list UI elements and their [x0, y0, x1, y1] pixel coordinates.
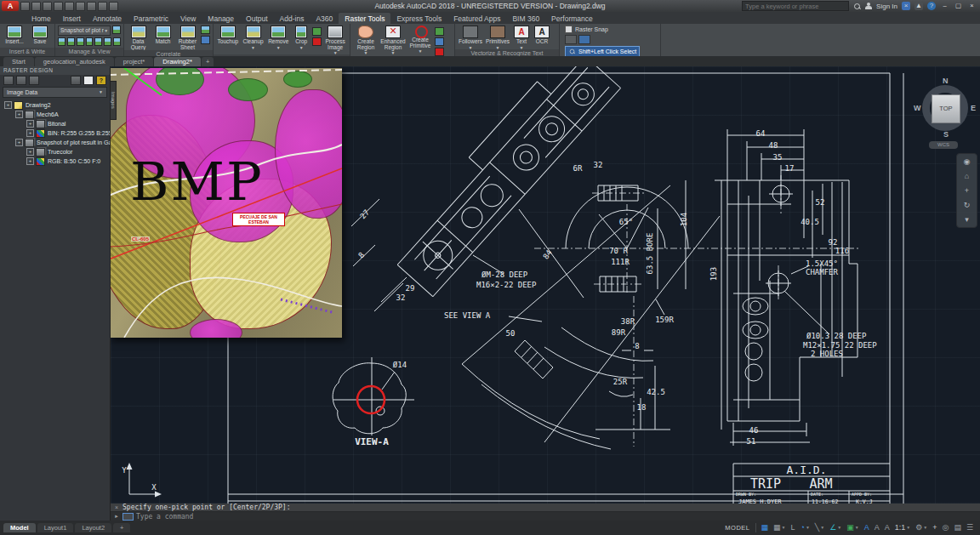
workspace-icon[interactable] [98, 2, 107, 11]
tree-expander-icon[interactable]: + [26, 148, 34, 156]
snap-toggle-on[interactable] [578, 35, 590, 44]
plot-icon[interactable] [65, 2, 74, 11]
create-primitive-button[interactable]: Create Primitive▼ [407, 26, 433, 53]
match-button[interactable]: Match [151, 26, 174, 45]
file-tab-start[interactable]: Start [3, 57, 34, 66]
ribbon-tab-home[interactable]: Home [26, 13, 57, 24]
object-snap-icon[interactable]: ▣▼ [846, 521, 858, 534]
viewcube[interactable]: N W E S TOP [917, 78, 975, 139]
ocr-button[interactable]: A OCR [533, 26, 551, 45]
new-file-icon[interactable] [20, 2, 30, 11]
touchup-button[interactable]: Touchup [216, 26, 240, 45]
tree-item[interactable]: +Mech6A [0, 110, 110, 119]
viewcube-top-face[interactable]: TOP [932, 94, 960, 123]
scale-icon[interactable] [201, 36, 210, 44]
ribbon-tab-raster-tools[interactable]: Raster Tools [339, 13, 390, 24]
ribbon-tab-view[interactable]: View [174, 13, 202, 24]
primitives-button[interactable]: Primitives▼ [485, 26, 510, 49]
isolate-objects-icon[interactable]: ◎ [943, 521, 949, 534]
tree-expander-icon[interactable]: + [26, 157, 34, 165]
undo-icon[interactable] [76, 2, 85, 11]
tree-expander-icon[interactable]: + [4, 101, 12, 109]
image-select-dropdown[interactable]: Snapshot of plot r ▼ [58, 26, 111, 36]
ribbon-tab-insert[interactable]: Insert [57, 13, 87, 24]
file-tab-project-[interactable]: project* [115, 57, 153, 66]
invert-icon[interactable] [312, 37, 322, 46]
compass-east[interactable]: E [971, 104, 976, 112]
ribbon-tab-bim-360[interactable]: BIM 360 [506, 13, 545, 24]
command-input[interactable]: ▸ Type a command [111, 512, 980, 521]
scale-badge[interactable]: 1:1▼ [895, 521, 910, 534]
palette-title[interactable]: RASTER DESIGN [0, 66, 110, 75]
navbar-menu-caret-icon[interactable]: ▾ [965, 215, 969, 224]
cleanup-button[interactable]: Cleanup▼ [242, 26, 265, 49]
snap-toggle-off[interactable] [565, 35, 577, 44]
open-file-icon[interactable] [31, 2, 41, 11]
autodesk-exchange-icon[interactable]: × [902, 2, 910, 10]
ribbon-tab-output[interactable]: Output [240, 13, 274, 24]
navigation-bar[interactable]: ◉⌂+↻▾ [956, 153, 977, 228]
new-drawing-tab-button[interactable]: + [202, 57, 214, 66]
model-space-label[interactable]: MODEL [725, 524, 749, 532]
mirror-icon[interactable] [312, 27, 322, 36]
sign-in-icon[interactable] [865, 3, 872, 10]
tree-expander-icon[interactable]: + [15, 111, 23, 118]
graphics-performance-icon[interactable]: ▤ [954, 521, 961, 534]
redo-icon[interactable] [87, 2, 96, 11]
annotation-visibility-icon[interactable]: A [864, 521, 869, 534]
ribbon-tab-parametric[interactable]: Parametric [128, 13, 174, 24]
image-frame-icon[interactable] [86, 37, 94, 46]
panel-label-correlate[interactable]: Correlate [124, 50, 213, 56]
file-tab-geolocation-autodesk[interactable]: geolocation_autodesk [35, 57, 114, 66]
palette-copy-icon[interactable] [29, 76, 39, 85]
annotation-monitor-icon[interactable]: + [932, 521, 937, 534]
ribbon-tab-annotate[interactable]: Annotate [87, 13, 128, 24]
a360-icon[interactable]: ▲ [914, 2, 923, 10]
pan-icon[interactable]: ⌂ [965, 172, 969, 180]
layout-tab-layout2[interactable]: Layout2 [75, 523, 111, 532]
save-as-icon[interactable] [54, 2, 63, 11]
palette-insert-icon[interactable] [3, 76, 14, 85]
file-tab-drawing2-[interactable]: Drawing2* [154, 57, 201, 66]
hide-image-icon[interactable] [77, 37, 84, 46]
rem-split-icon[interactable] [435, 37, 444, 46]
ribbon-tab-add-ins[interactable]: Add-ins [274, 13, 311, 24]
zoom-icon[interactable]: + [965, 186, 969, 195]
raster-snap-checkbox[interactable]: Raster Snap [565, 26, 608, 33]
compass-west[interactable]: W [914, 104, 921, 112]
palette-help-icon[interactable]: ? [96, 76, 106, 85]
text-button[interactable]: A Text▼ [512, 26, 531, 49]
save-button[interactable]: Save [28, 26, 52, 45]
polar-tracking-icon[interactable]: ◔▼ [800, 521, 809, 534]
tree-item[interactable]: +Bitonal [0, 119, 110, 128]
ribbon-tab-express-tools[interactable]: Express Tools [390, 13, 447, 24]
tree-expander-icon[interactable]: + [26, 120, 34, 128]
qat-menu-caret-icon[interactable] [109, 2, 118, 11]
image-manager-icon[interactable] [112, 26, 121, 34]
help-icon[interactable]: ? [927, 2, 936, 10]
compass-south[interactable]: S [943, 130, 949, 139]
layout-tab-layout1[interactable]: Layout1 [37, 523, 74, 532]
tree-item[interactable]: +Truecolor [0, 147, 110, 157]
tree-item[interactable]: +BIN: R:255 G:255 B:255 [0, 128, 110, 138]
osnap-tracking-icon[interactable]: ∠▼ [829, 521, 841, 534]
rem-color-swatch[interactable] [435, 48, 444, 56]
palette-link-icon[interactable] [71, 76, 81, 85]
zoom-image-icon[interactable] [58, 37, 66, 46]
full-navigation-wheel-icon[interactable]: ◉ [964, 157, 971, 166]
customization-icon[interactable]: ☰ [966, 521, 973, 534]
tree-item[interactable]: +Drawing2 [0, 100, 110, 110]
remove-button[interactable]: Remove▼ [266, 26, 290, 49]
grid-icon[interactable]: ▦ [761, 521, 768, 534]
ribbon-tab-featured-apps[interactable]: Featured Apps [447, 13, 506, 24]
panel-label-vectorize[interactable]: Vectorize & Recognize Text [455, 49, 559, 57]
compass-north[interactable]: N [943, 77, 949, 85]
orbit-icon[interactable]: ↻ [964, 201, 971, 209]
search-icon[interactable] [853, 3, 861, 10]
drawing-canvas[interactable]: A.I.D. TRIP ARM DRWN BY: JAMES H.DYER DA… [111, 66, 980, 504]
process-image-button[interactable]: Process Image▼ [323, 26, 347, 54]
command-customize-icon[interactable]: ▸ [111, 513, 122, 520]
layout-tab-model[interactable]: Model [3, 523, 36, 532]
close-button[interactable]: × [967, 2, 977, 10]
create-region-button[interactable]: Create Region▼ [353, 26, 379, 54]
